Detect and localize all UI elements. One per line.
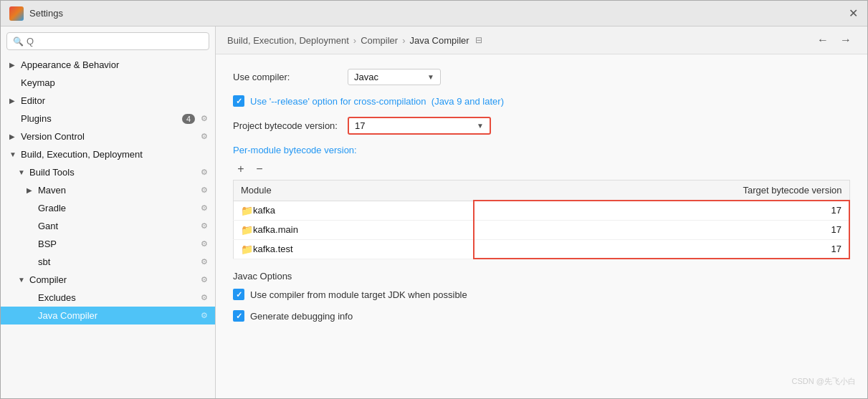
module-table: Module Target bytecode version 📁 kafka: [233, 180, 850, 259]
sidebar-item-label: Version Control: [21, 131, 198, 142]
folder-icon: 📁: [241, 244, 253, 255]
release-checkbox[interactable]: ✓: [233, 95, 244, 107]
module-cell: 📁 kafka.test: [234, 239, 474, 259]
javac-options-title: Javac Options: [233, 271, 850, 282]
sidebar-item-label: Editor: [21, 95, 209, 106]
search-box[interactable]: 🔍: [6, 32, 209, 50]
dropdown-arrow-icon: ▼: [427, 73, 434, 81]
gear-icon: ⚙: [199, 311, 209, 321]
sidebar-item-label: Keymap: [21, 77, 209, 88]
bytecode-select[interactable]: 17 ▼: [348, 117, 491, 135]
gear-icon: ⚙: [199, 257, 209, 267]
nav-back-button[interactable]: ←: [813, 32, 833, 48]
add-module-button[interactable]: +: [233, 161, 249, 177]
chevron-icon: ▶: [9, 97, 19, 105]
gear-icon: ⚙: [199, 168, 209, 178]
debugging-row: ✓ Generate debugging info: [233, 310, 850, 322]
compiler-select[interactable]: Javac ▼: [348, 69, 441, 85]
chevron-icon: ▼: [18, 276, 28, 284]
release-option-row: ✓ Use '--release' option for cross-compi…: [233, 95, 850, 107]
table-row[interactable]: 📁 kafka.test 17: [234, 239, 850, 259]
main-content: 🔍 ▶ Appearance & Behavior Keymap ▶ Edito…: [1, 27, 867, 398]
watermark: CSDN @先飞小白: [792, 376, 856, 387]
module-cell: 📁 kafka: [234, 201, 474, 220]
sidebar-item-gant[interactable]: Gant ⚙: [1, 217, 215, 235]
sidebar-item-build-execution[interactable]: ▼ Build, Execution, Deployment: [1, 145, 215, 163]
compiler-row: Use compiler: Javac ▼: [233, 69, 850, 85]
settings-window: Settings ✕ 🔍 ▶ Appearance & Behavior Key…: [0, 0, 868, 399]
sidebar-item-bsp[interactable]: BSP ⚙: [1, 235, 215, 253]
gear-icon: ⚙: [199, 221, 209, 231]
sidebar-item-plugins[interactable]: Plugins 4 ⚙: [1, 110, 215, 128]
per-module-label: Per-module bytecode version:: [233, 145, 850, 155]
sidebar-item-label: Appearance & Behavior: [21, 59, 209, 70]
chevron-icon: ▼: [18, 168, 28, 176]
compiler-label: Use compiler:: [233, 72, 348, 82]
gear-icon: ⚙: [199, 239, 209, 249]
sidebar-item-label: Build, Execution, Deployment: [21, 149, 209, 160]
gear-icon: ⚙: [199, 132, 209, 142]
gear-icon: ⚙: [199, 293, 209, 303]
bytecode-value: 17: [355, 120, 365, 131]
chevron-icon: ▶: [9, 133, 19, 140]
close-button[interactable]: ✕: [847, 8, 859, 19]
sidebar-item-label: Excludes: [38, 292, 198, 303]
nav-buttons: ← →: [813, 32, 856, 48]
plugins-badge: 4: [182, 114, 195, 124]
search-icon: 🔍: [13, 37, 24, 47]
module-name: kafka: [253, 205, 275, 216]
version-cell: 17: [474, 201, 849, 220]
table-row[interactable]: 📁 kafka 17: [234, 201, 850, 220]
breadcrumb-part-2: Compiler: [361, 35, 398, 46]
col-version-header: Target bytecode version: [474, 181, 849, 201]
breadcrumb-part-1: Build, Execution, Deployment: [227, 35, 349, 46]
breadcrumb-separator: ›: [402, 35, 405, 46]
sidebar-item-label: Gant: [38, 221, 198, 231]
sidebar-item-label: BSP: [38, 239, 198, 249]
checkmark-icon: ✓: [236, 312, 242, 321]
search-input[interactable]: [27, 36, 203, 47]
compiler-value: Javac: [354, 72, 378, 82]
checkmark-icon: ✓: [236, 97, 242, 106]
sidebar-item-maven[interactable]: ▶ Maven ⚙: [1, 181, 215, 199]
sidebar-item-label: sbt: [38, 256, 198, 267]
sidebar-item-keymap[interactable]: Keymap: [1, 74, 215, 92]
debugging-checkbox[interactable]: ✓: [233, 310, 244, 322]
sidebar-item-build-tools[interactable]: ▼ Build Tools ⚙: [1, 163, 215, 181]
breadcrumb-part-3: Java Compiler: [410, 35, 469, 46]
table-row[interactable]: 📁 kafka.main 17: [234, 220, 850, 239]
use-compiler-row: ✓ Use compiler from module target JDK wh…: [233, 289, 850, 300]
sidebar-item-compiler[interactable]: ▼ Compiler ⚙: [1, 271, 215, 289]
debugging-label: Generate debugging info: [250, 311, 353, 322]
sidebar-item-label: Maven: [38, 185, 198, 196]
main-panel-wrapper: Build, Execution, Deployment › Compiler …: [216, 27, 867, 398]
bytecode-label: Project bytecode version:: [233, 120, 348, 131]
chevron-icon: ▼: [9, 150, 19, 158]
breadcrumb-separator: ›: [353, 35, 356, 46]
sidebar-item-version-control[interactable]: ▶ Version Control ⚙: [1, 128, 215, 145]
module-name: kafka.main: [253, 224, 298, 235]
nav-forward-button[interactable]: →: [836, 32, 856, 48]
folder-icon: 📁: [241, 205, 253, 216]
sidebar-item-excludes[interactable]: Excludes ⚙: [1, 289, 215, 307]
sidebar-item-java-compiler[interactable]: Java Compiler ⚙: [1, 307, 215, 325]
release-label-suffix: (Java 9 and later): [431, 96, 504, 107]
breadcrumb-menu-icon[interactable]: ⊟: [475, 35, 482, 45]
col-module-header: Module: [234, 181, 474, 201]
release-label-main: Use '--release' option for cross-compila…: [250, 96, 426, 107]
use-compiler-checkbox[interactable]: ✓: [233, 289, 244, 300]
sidebar-item-label: Compiler: [29, 274, 198, 285]
sidebar-item-gradle[interactable]: Gradle ⚙: [1, 199, 215, 217]
sidebar-item-appearance[interactable]: ▶ Appearance & Behavior: [1, 56, 215, 74]
version-cell: 17: [474, 239, 849, 259]
sidebar-item-label: Java Compiler: [38, 310, 198, 321]
remove-module-button[interactable]: −: [252, 161, 267, 177]
sidebar-item-label: Gradle: [38, 203, 198, 213]
breadcrumb: Build, Execution, Deployment › Compiler …: [227, 35, 813, 46]
chevron-icon: ▶: [9, 61, 19, 69]
sidebar-item-sbt[interactable]: sbt ⚙: [1, 253, 215, 271]
release-checkbox-label: Use '--release' option for cross-compila…: [250, 96, 504, 107]
sidebar-item-editor[interactable]: ▶ Editor: [1, 92, 215, 110]
version-cell: 17: [474, 220, 849, 239]
folder-icon: 📁: [241, 224, 253, 236]
